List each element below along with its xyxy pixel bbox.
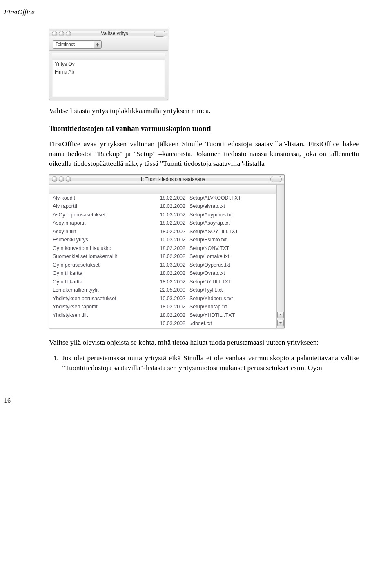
file-path: Setup/YHDTILI.TXT [189, 312, 273, 319]
page-number: 16 [4, 397, 359, 404]
file-name: Esimerkki yritys [53, 236, 147, 244]
list-item[interactable]: Alv raportti18.02.2002Setup/alvrap.txt [49, 202, 276, 211]
file-name: Oy:n perusasetukset [53, 261, 147, 269]
dropdown-label: Toiminnot [53, 41, 94, 48]
file-date: 18.02.2002 [147, 203, 189, 210]
file-date: 10.03.2002 [147, 211, 189, 219]
window-toolbar: Toiminnot [49, 38, 168, 51]
file-path: Setup/Aoyperus.txt [189, 211, 273, 219]
file-path: ./dbdef.txt [189, 320, 273, 328]
window-title: 1: Tuonti-tiedostoja saatavana [75, 176, 270, 182]
window-controls[interactable] [52, 31, 71, 36]
file-name: Yhdistyksen perusasetukset [53, 295, 147, 303]
running-header: FirstOffice [4, 8, 359, 16]
file-path: Setup/Yhdrap.txt [189, 303, 273, 311]
list-header [52, 53, 165, 60]
file-name: Alv-koodit [53, 194, 147, 202]
import-files-window: 1: Tuonti-tiedostoja saatavana Alv-koodi… [49, 174, 285, 328]
file-path: Setup/Esimfo.txt [189, 236, 273, 244]
file-name: Oy:n konvertointi taulukko [53, 245, 147, 252]
file-date: 18.02.2002 [147, 253, 189, 261]
file-path: Setup/Asoyrap.txt [189, 219, 273, 227]
file-date: 18.02.2002 [147, 303, 189, 311]
file-path: Setup/ASOYTILI.TXT [189, 228, 273, 236]
file-name: Yhdistyksen tilit [53, 312, 147, 319]
vertical-scrollbar[interactable] [276, 185, 284, 328]
list-item[interactable]: Asoy:n tilit18.02.2002Setup/ASOYTILI.TXT [49, 227, 276, 236]
file-date: 18.02.2002 [147, 270, 189, 277]
file-date: 18.02.2002 [147, 219, 189, 227]
toolbar-toggle-icon[interactable] [154, 31, 165, 37]
file-path: Setup/ALVKOODI.TXT [189, 194, 273, 202]
window-title: Valitse yritys [75, 31, 154, 36]
window-titlebar[interactable]: 1: Tuonti-tiedostoja saatavana [49, 175, 284, 184]
list-item[interactable]: Oy:n tilikartta18.02.2002Setup/Oyrap.txt [49, 269, 276, 278]
zoom-icon[interactable] [66, 31, 71, 36]
window-controls[interactable] [52, 176, 71, 182]
minimize-icon[interactable] [59, 31, 64, 36]
numbered-list: Jos olet perustamassa uutta yritystä eik… [49, 353, 359, 372]
list-item: Jos olet perustamassa uutta yritystä eik… [60, 353, 359, 372]
file-date: 22.05.2000 [147, 286, 189, 294]
file-date: 18.02.2002 [147, 278, 189, 286]
file-date: 18.02.2002 [147, 245, 189, 252]
list-item[interactable]: Asoy:n raportit18.02.2002Setup/Asoyrap.t… [49, 219, 276, 227]
paragraph: Valitse yllä olevista ohjeista se kohta,… [49, 337, 359, 347]
zoom-icon[interactable] [66, 176, 71, 182]
file-date: 10.03.2002 [147, 295, 189, 303]
file-name: Yhdistyksen raportit [53, 303, 147, 311]
list-item[interactable]: Yhdistyksen perusasetukset10.03.2002Setu… [49, 294, 276, 303]
list-item[interactable]: Lomakemallien tyylit22.05.2000Setup/Tyyl… [49, 286, 276, 294]
file-date: 10.03.2002 [147, 320, 189, 328]
file-path: Setup/KONV.TXT [189, 245, 273, 252]
toiminnot-dropdown[interactable]: Toiminnot [53, 40, 102, 49]
close-icon[interactable] [52, 31, 57, 36]
list-item[interactable]: Yritys Oy [52, 60, 165, 68]
file-path: Setup/OYTILI.TXT [189, 278, 273, 286]
file-path: Setup/alvrap.txt [189, 203, 273, 210]
file-date: 10.03.2002 [147, 236, 189, 244]
list-item[interactable]: Yhdistyksen tilit18.02.2002Setup/YHDTILI… [49, 311, 276, 320]
list-item[interactable]: Suomenkieliset lomakemallit18.02.2002Set… [49, 252, 276, 261]
file-path: Setup/Oyperus.txt [189, 261, 273, 269]
list-header [49, 186, 276, 194]
file-name: Oy:n tilikartta [53, 278, 147, 286]
file-name: Oy:n tilikartta [53, 270, 147, 277]
import-file-list[interactable]: Alv-koodit18.02.2002Setup/ALVKOODI.TXTAl… [49, 185, 276, 328]
file-date: 18.02.2002 [147, 312, 189, 319]
file-path: Setup/Lomake.txt [189, 253, 273, 261]
file-name: Asoy:n raportit [53, 219, 147, 227]
file-name: Alv raportti [53, 203, 147, 210]
paragraph: Valitse listasta yritys tuplaklikkaamall… [49, 106, 359, 116]
list-item[interactable]: 10.03.2002./dbdef.txt [49, 319, 276, 328]
subheading: Tuontitiedostojen tai vanhan varmuuskopi… [49, 125, 359, 133]
file-path: Setup/Tyylit.txt [189, 286, 273, 294]
list-item[interactable]: Alv-koodit18.02.2002Setup/ALVKOODI.TXT [49, 194, 276, 203]
list-item[interactable]: Firma Ab [52, 68, 165, 76]
list-item[interactable]: Esimerkki yritys10.03.2002Setup/Esimfo.t… [49, 236, 276, 244]
list-item[interactable]: Oy:n perusasetukset10.03.2002Setup/Oyper… [49, 261, 276, 270]
dropdown-stepper-icon[interactable] [94, 41, 101, 48]
company-list[interactable]: Yritys Oy Firma Ab [52, 53, 165, 97]
file-name [53, 320, 147, 328]
list-item[interactable]: Oy:n konvertointi taulukko18.02.2002Setu… [49, 244, 276, 253]
file-name: Lomakemallien tyylit [53, 286, 147, 294]
file-date: 10.03.2002 [147, 261, 189, 269]
file-date: 18.02.2002 [147, 194, 189, 202]
file-name: Suomenkieliset lomakemallit [53, 253, 147, 261]
minimize-icon[interactable] [59, 176, 64, 182]
paragraph: FirstOffice avaa yrityksen valinnan jälk… [49, 139, 359, 168]
list-item[interactable]: AsOy:n perusasetukset10.03.2002Setup/Aoy… [49, 211, 276, 219]
close-icon[interactable] [52, 176, 57, 182]
scroll-up-icon[interactable] [277, 312, 284, 318]
scroll-down-icon[interactable] [277, 320, 284, 326]
list-item[interactable]: Yhdistyksen raportit18.02.2002Setup/Yhdr… [49, 303, 276, 311]
file-name: Asoy:n tilit [53, 228, 147, 236]
select-company-window: Valitse yritys Toiminnot Yritys Oy Firma… [49, 29, 168, 100]
file-date: 18.02.2002 [147, 228, 189, 236]
file-path: Setup/Oyrap.txt [189, 270, 273, 277]
file-path: Setup/Yhdperus.txt [189, 295, 273, 303]
toolbar-toggle-icon[interactable] [270, 176, 282, 182]
window-titlebar[interactable]: Valitse yritys [49, 29, 168, 38]
list-item[interactable]: Oy:n tilikartta18.02.2002Setup/OYTILI.TX… [49, 278, 276, 286]
